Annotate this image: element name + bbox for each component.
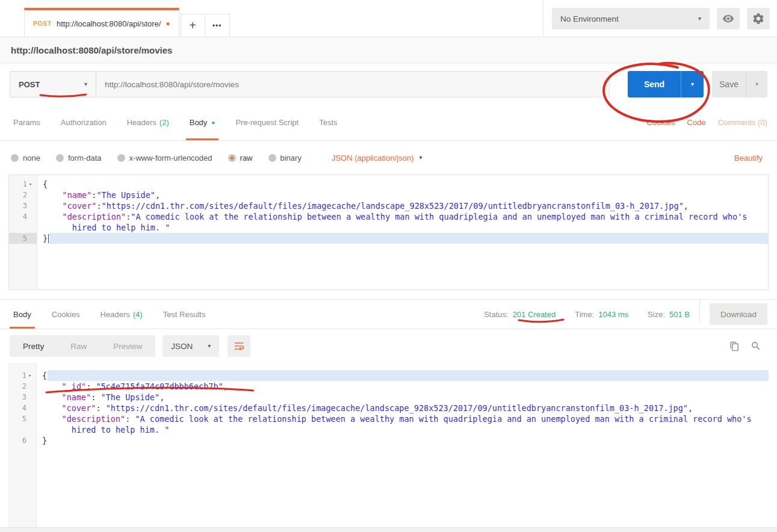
- time-value: 1043 ms: [598, 310, 628, 319]
- active-line-highlight: [49, 233, 768, 244]
- body-mode-label: none: [23, 153, 40, 162]
- request-tab-params[interactable]: Params: [10, 105, 44, 140]
- tab-url-label: http://localhost:8080/api/store/: [57, 19, 161, 28]
- token-pun: ,: [684, 201, 689, 211]
- request-tab-pre-request-script[interactable]: Pre-request Script: [232, 105, 302, 140]
- response-tab-cookies[interactable]: Cookies: [48, 300, 84, 329]
- download-button[interactable]: Download: [710, 303, 767, 325]
- response-toolbar: PrettyRawPreview JSON ▾: [0, 329, 777, 363]
- url-builder: POST ▾ Send ▾ Save ▾: [0, 64, 777, 105]
- code-content: "_id": "5c4e715fa74c07dbbb6ecb7b",: [36, 381, 769, 392]
- code-text: "_id": "5c4e715fa74c07dbbb6ecb7b",: [42, 381, 228, 392]
- request-tab-label: Authorization: [61, 118, 107, 127]
- line-number-gutter: 2: [8, 381, 36, 392]
- body-mode-radios: noneform-datax-www-form-urlencodedrawbin…: [11, 153, 317, 162]
- line-number-gutter: 5: [9, 233, 37, 244]
- view-mode-raw[interactable]: Raw: [57, 335, 100, 357]
- token-pun: :: [96, 201, 101, 211]
- send-button[interactable]: Send: [628, 71, 681, 97]
- line-number-gutter: 4: [8, 403, 36, 413]
- response-format-selector[interactable]: JSON ▾: [163, 335, 219, 357]
- response-body-editor[interactable]: 1▾{2 "_id": "5c4e715fa74c07dbbb6ecb7b",3…: [8, 363, 769, 528]
- body-mode-raw[interactable]: raw: [228, 153, 253, 162]
- line-number-gutter: 2: [9, 190, 37, 200]
- fold-caret-icon[interactable]: ▾: [26, 370, 33, 381]
- code-line: 6}: [8, 435, 769, 446]
- comments-0-link[interactable]: Comments (0): [718, 118, 767, 127]
- token-key: "description": [63, 212, 126, 221]
- search-response-button[interactable]: [751, 341, 761, 351]
- line-number-gutter: 3: [8, 392, 36, 403]
- body-mode-label: binary: [280, 153, 302, 162]
- code-text: hired to help him. ": [42, 424, 169, 435]
- open-request-tab[interactable]: POST http://localhost:8080/api/store/ ●: [24, 8, 179, 37]
- cookies-link[interactable]: Cookies: [647, 118, 675, 127]
- request-tab-tests[interactable]: Tests: [315, 105, 341, 140]
- code-text: "cover": "https://cdn1.thr.com/sites/def…: [42, 403, 693, 413]
- url-input[interactable]: [96, 71, 610, 97]
- code-text: hired to help him. ": [43, 222, 170, 233]
- body-mode-none[interactable]: none: [11, 153, 40, 162]
- response-format-value: JSON: [171, 342, 193, 351]
- body-mode-binary[interactable]: binary: [268, 153, 302, 162]
- environment-selector[interactable]: No Environment ▾: [552, 8, 710, 29]
- environment-quick-look-button[interactable]: [717, 8, 740, 29]
- token-str: "A comedic look at the relationship betw…: [131, 212, 747, 221]
- code-line: 4 "cover": "https://cdn1.thr.com/sites/d…: [8, 403, 769, 413]
- line-number: 2: [23, 190, 27, 200]
- request-tabs-bar: ParamsAuthorizationHeaders(2)Body●Pre-re…: [0, 105, 777, 141]
- view-mode-preview[interactable]: Preview: [100, 335, 155, 357]
- fold-caret-icon[interactable]: ▾: [27, 179, 34, 190]
- save-options-button[interactable]: ▾: [746, 71, 767, 97]
- copy-response-button[interactable]: [729, 341, 740, 351]
- radio-icon: [228, 154, 236, 162]
- method-selector[interactable]: POST ▾: [10, 71, 96, 97]
- response-tab-label: Cookies: [52, 310, 80, 319]
- beautify-link[interactable]: Beautify: [734, 153, 763, 162]
- chevron-down-icon: ▾: [755, 81, 758, 87]
- request-links: CookiesCodeComments (0): [647, 105, 767, 140]
- send-options-button[interactable]: ▾: [681, 71, 704, 97]
- token-pun: {: [43, 179, 48, 189]
- new-tab-button[interactable]: +: [181, 14, 205, 37]
- body-mode-form-data[interactable]: form-data: [56, 153, 102, 162]
- search-icon: [751, 341, 761, 351]
- body-mode-x-www-form-urlencoded[interactable]: x-www-form-urlencoded: [117, 153, 212, 162]
- more-tabs-button[interactable]: •••: [205, 14, 230, 37]
- request-tab-body[interactable]: Body●: [186, 105, 219, 140]
- code-text: "description": "A comedic look at the re…: [42, 413, 752, 424]
- request-tab-authorization[interactable]: Authorization: [57, 105, 110, 140]
- code-link[interactable]: Code: [687, 118, 706, 127]
- line-number: 5: [22, 413, 26, 424]
- token-txt: [42, 392, 62, 402]
- body-mode-label: raw: [240, 153, 253, 162]
- method-selector-value: POST: [19, 80, 40, 89]
- line-number: 1: [22, 370, 26, 381]
- size-value: 501 B: [669, 310, 690, 319]
- active-line-highlight: [48, 370, 769, 381]
- horizontal-scrollbar[interactable]: [0, 527, 777, 532]
- request-body-editor[interactable]: 1▾{2 "name":"The Upside",3 "cover":"http…: [8, 175, 769, 290]
- request-tab-headers[interactable]: Headers(2): [123, 105, 173, 140]
- line-number: 3: [23, 200, 27, 211]
- settings-button[interactable]: [747, 8, 770, 29]
- wrap-text-button[interactable]: [228, 335, 250, 357]
- save-button[interactable]: Save: [712, 71, 746, 97]
- line-number-gutter: 3: [9, 200, 37, 211]
- line-number: 6: [22, 435, 26, 446]
- content-type-selector[interactable]: JSON (application/json) ▾: [332, 153, 423, 162]
- line-number-gutter: 6: [8, 435, 36, 446]
- token-pun: ,: [688, 403, 693, 413]
- code-line: hired to help him. ": [9, 222, 768, 233]
- body-options-bar: noneform-datax-www-form-urlencodedrawbin…: [0, 141, 777, 175]
- token-key: "description": [62, 414, 126, 424]
- token-pun: }: [42, 436, 47, 445]
- token-txt: [42, 382, 62, 391]
- response-tab-headers[interactable]: Headers(4): [97, 300, 146, 329]
- code-content: {: [37, 179, 768, 190]
- response-tabs: BodyCookiesHeaders(4)Test Results: [10, 300, 222, 329]
- request-tab-label: Pre-request Script: [235, 118, 299, 127]
- view-mode-pretty[interactable]: Pretty: [10, 335, 57, 357]
- response-tab-body[interactable]: Body: [10, 300, 35, 329]
- response-tab-test-results[interactable]: Test Results: [159, 300, 209, 329]
